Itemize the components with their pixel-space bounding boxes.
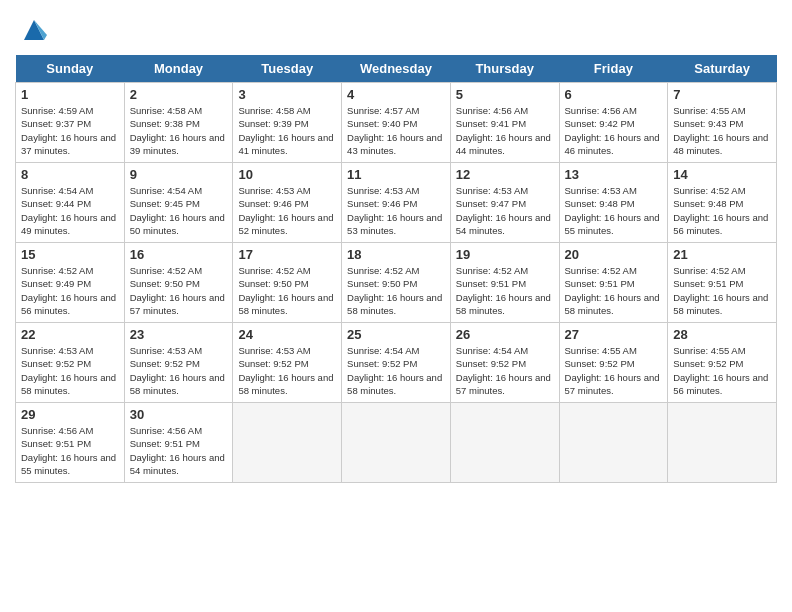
- calendar-day-cell: 17 Sunrise: 4:52 AMSunset: 9:50 PMDaylig…: [233, 243, 342, 323]
- day-number: 16: [130, 247, 228, 262]
- day-info: Sunrise: 4:57 AMSunset: 9:40 PMDaylight:…: [347, 105, 442, 156]
- day-number: 25: [347, 327, 445, 342]
- day-number: 15: [21, 247, 119, 262]
- calendar-day-cell: 4 Sunrise: 4:57 AMSunset: 9:40 PMDayligh…: [342, 83, 451, 163]
- calendar-week-row: 15 Sunrise: 4:52 AMSunset: 9:49 PMDaylig…: [16, 243, 777, 323]
- day-number: 21: [673, 247, 771, 262]
- day-number: 20: [565, 247, 663, 262]
- day-info: Sunrise: 4:55 AMSunset: 9:52 PMDaylight:…: [565, 345, 660, 396]
- calendar-day-cell: 7 Sunrise: 4:55 AMSunset: 9:43 PMDayligh…: [668, 83, 777, 163]
- day-info: Sunrise: 4:52 AMSunset: 9:48 PMDaylight:…: [673, 185, 768, 236]
- day-number: 19: [456, 247, 554, 262]
- day-info: Sunrise: 4:55 AMSunset: 9:52 PMDaylight:…: [673, 345, 768, 396]
- day-info: Sunrise: 4:59 AMSunset: 9:37 PMDaylight:…: [21, 105, 116, 156]
- weekday-header-monday: Monday: [124, 55, 233, 83]
- calendar-day-cell: [342, 403, 451, 483]
- calendar-day-cell: 3 Sunrise: 4:58 AMSunset: 9:39 PMDayligh…: [233, 83, 342, 163]
- day-info: Sunrise: 4:53 AMSunset: 9:52 PMDaylight:…: [238, 345, 333, 396]
- day-number: 23: [130, 327, 228, 342]
- calendar-day-cell: 11 Sunrise: 4:53 AMSunset: 9:46 PMDaylig…: [342, 163, 451, 243]
- weekday-header-sunday: Sunday: [16, 55, 125, 83]
- calendar-day-cell: 18 Sunrise: 4:52 AMSunset: 9:50 PMDaylig…: [342, 243, 451, 323]
- day-number: 29: [21, 407, 119, 422]
- day-info: Sunrise: 4:58 AMSunset: 9:38 PMDaylight:…: [130, 105, 225, 156]
- calendar-day-cell: 30 Sunrise: 4:56 AMSunset: 9:51 PMDaylig…: [124, 403, 233, 483]
- day-number: 26: [456, 327, 554, 342]
- day-info: Sunrise: 4:56 AMSunset: 9:51 PMDaylight:…: [21, 425, 116, 476]
- day-info: Sunrise: 4:54 AMSunset: 9:52 PMDaylight:…: [456, 345, 551, 396]
- calendar-day-cell: 10 Sunrise: 4:53 AMSunset: 9:46 PMDaylig…: [233, 163, 342, 243]
- calendar-day-cell: 15 Sunrise: 4:52 AMSunset: 9:49 PMDaylig…: [16, 243, 125, 323]
- day-number: 18: [347, 247, 445, 262]
- calendar-day-cell: 23 Sunrise: 4:53 AMSunset: 9:52 PMDaylig…: [124, 323, 233, 403]
- logo-icon: [19, 15, 49, 45]
- weekday-header-wednesday: Wednesday: [342, 55, 451, 83]
- day-number: 2: [130, 87, 228, 102]
- day-info: Sunrise: 4:55 AMSunset: 9:43 PMDaylight:…: [673, 105, 768, 156]
- day-info: Sunrise: 4:54 AMSunset: 9:52 PMDaylight:…: [347, 345, 442, 396]
- calendar-day-cell: [559, 403, 668, 483]
- logo: [15, 15, 49, 45]
- day-info: Sunrise: 4:54 AMSunset: 9:44 PMDaylight:…: [21, 185, 116, 236]
- weekday-header-tuesday: Tuesday: [233, 55, 342, 83]
- calendar-day-cell: 29 Sunrise: 4:56 AMSunset: 9:51 PMDaylig…: [16, 403, 125, 483]
- day-info: Sunrise: 4:53 AMSunset: 9:52 PMDaylight:…: [130, 345, 225, 396]
- weekday-header-saturday: Saturday: [668, 55, 777, 83]
- day-number: 30: [130, 407, 228, 422]
- day-info: Sunrise: 4:53 AMSunset: 9:46 PMDaylight:…: [347, 185, 442, 236]
- calendar-day-cell: 8 Sunrise: 4:54 AMSunset: 9:44 PMDayligh…: [16, 163, 125, 243]
- weekday-header-friday: Friday: [559, 55, 668, 83]
- calendar-week-row: 29 Sunrise: 4:56 AMSunset: 9:51 PMDaylig…: [16, 403, 777, 483]
- day-number: 10: [238, 167, 336, 182]
- day-info: Sunrise: 4:52 AMSunset: 9:51 PMDaylight:…: [565, 265, 660, 316]
- calendar-day-cell: 21 Sunrise: 4:52 AMSunset: 9:51 PMDaylig…: [668, 243, 777, 323]
- calendar-day-cell: 25 Sunrise: 4:54 AMSunset: 9:52 PMDaylig…: [342, 323, 451, 403]
- calendar-day-cell: 9 Sunrise: 4:54 AMSunset: 9:45 PMDayligh…: [124, 163, 233, 243]
- day-info: Sunrise: 4:52 AMSunset: 9:50 PMDaylight:…: [347, 265, 442, 316]
- calendar-day-cell: 1 Sunrise: 4:59 AMSunset: 9:37 PMDayligh…: [16, 83, 125, 163]
- day-number: 27: [565, 327, 663, 342]
- calendar-day-cell: 16 Sunrise: 4:52 AMSunset: 9:50 PMDaylig…: [124, 243, 233, 323]
- calendar-table: SundayMondayTuesdayWednesdayThursdayFrid…: [15, 55, 777, 483]
- day-number: 7: [673, 87, 771, 102]
- day-number: 14: [673, 167, 771, 182]
- day-number: 11: [347, 167, 445, 182]
- day-info: Sunrise: 4:58 AMSunset: 9:39 PMDaylight:…: [238, 105, 333, 156]
- calendar-day-cell: 24 Sunrise: 4:53 AMSunset: 9:52 PMDaylig…: [233, 323, 342, 403]
- day-info: Sunrise: 4:53 AMSunset: 9:46 PMDaylight:…: [238, 185, 333, 236]
- day-info: Sunrise: 4:54 AMSunset: 9:45 PMDaylight:…: [130, 185, 225, 236]
- calendar-day-cell: 27 Sunrise: 4:55 AMSunset: 9:52 PMDaylig…: [559, 323, 668, 403]
- day-info: Sunrise: 4:56 AMSunset: 9:42 PMDaylight:…: [565, 105, 660, 156]
- day-info: Sunrise: 4:53 AMSunset: 9:52 PMDaylight:…: [21, 345, 116, 396]
- day-info: Sunrise: 4:52 AMSunset: 9:50 PMDaylight:…: [238, 265, 333, 316]
- weekday-header-row: SundayMondayTuesdayWednesdayThursdayFrid…: [16, 55, 777, 83]
- day-number: 12: [456, 167, 554, 182]
- calendar-week-row: 22 Sunrise: 4:53 AMSunset: 9:52 PMDaylig…: [16, 323, 777, 403]
- calendar-day-cell: 20 Sunrise: 4:52 AMSunset: 9:51 PMDaylig…: [559, 243, 668, 323]
- day-number: 5: [456, 87, 554, 102]
- day-number: 13: [565, 167, 663, 182]
- calendar-day-cell: 5 Sunrise: 4:56 AMSunset: 9:41 PMDayligh…: [450, 83, 559, 163]
- day-number: 3: [238, 87, 336, 102]
- page-header: [15, 15, 777, 45]
- calendar-day-cell: 26 Sunrise: 4:54 AMSunset: 9:52 PMDaylig…: [450, 323, 559, 403]
- day-info: Sunrise: 4:53 AMSunset: 9:47 PMDaylight:…: [456, 185, 551, 236]
- day-number: 6: [565, 87, 663, 102]
- day-info: Sunrise: 4:56 AMSunset: 9:51 PMDaylight:…: [130, 425, 225, 476]
- calendar-day-cell: 12 Sunrise: 4:53 AMSunset: 9:47 PMDaylig…: [450, 163, 559, 243]
- day-info: Sunrise: 4:52 AMSunset: 9:51 PMDaylight:…: [673, 265, 768, 316]
- calendar-day-cell: [668, 403, 777, 483]
- day-number: 28: [673, 327, 771, 342]
- day-info: Sunrise: 4:52 AMSunset: 9:51 PMDaylight:…: [456, 265, 551, 316]
- day-number: 22: [21, 327, 119, 342]
- day-number: 1: [21, 87, 119, 102]
- calendar-day-cell: 14 Sunrise: 4:52 AMSunset: 9:48 PMDaylig…: [668, 163, 777, 243]
- calendar-day-cell: 13 Sunrise: 4:53 AMSunset: 9:48 PMDaylig…: [559, 163, 668, 243]
- calendar-day-cell: 19 Sunrise: 4:52 AMSunset: 9:51 PMDaylig…: [450, 243, 559, 323]
- day-info: Sunrise: 4:52 AMSunset: 9:50 PMDaylight:…: [130, 265, 225, 316]
- calendar-week-row: 8 Sunrise: 4:54 AMSunset: 9:44 PMDayligh…: [16, 163, 777, 243]
- day-number: 17: [238, 247, 336, 262]
- day-number: 9: [130, 167, 228, 182]
- calendar-day-cell: 6 Sunrise: 4:56 AMSunset: 9:42 PMDayligh…: [559, 83, 668, 163]
- calendar-week-row: 1 Sunrise: 4:59 AMSunset: 9:37 PMDayligh…: [16, 83, 777, 163]
